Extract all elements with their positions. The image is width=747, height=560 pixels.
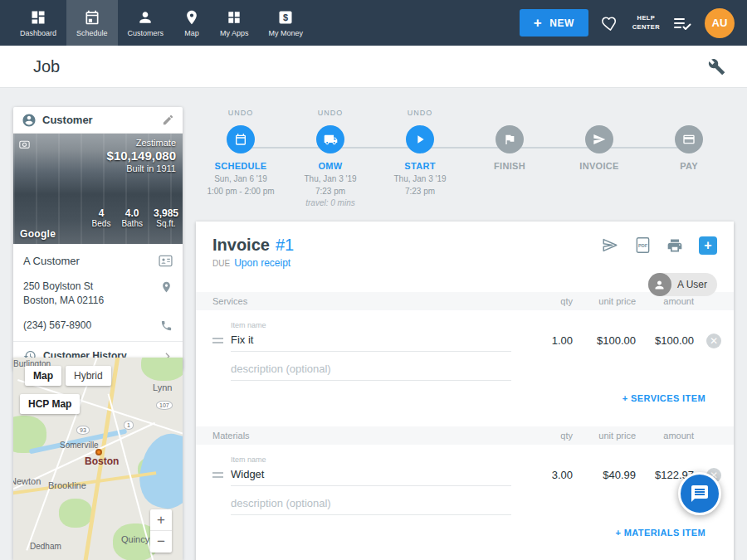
job-tools-icon[interactable] — [708, 58, 725, 75]
nav-label: Dashboard — [20, 29, 56, 37]
material-description-input[interactable] — [231, 493, 511, 515]
contact-card-icon[interactable] — [159, 255, 173, 267]
page-title: Job — [33, 57, 60, 76]
address-line-1: 250 Boylston St — [23, 280, 154, 294]
assignee-name: A User — [677, 279, 707, 290]
add-service-item-link[interactable]: + SERVICES ITEM — [196, 381, 734, 405]
zoom-out-button[interactable]: − — [150, 531, 172, 553]
customer-contact-rows: A Customer 250 Boylston St Boston, MA 02… — [13, 244, 183, 370]
top-nav: Dashboard Schedule Customers Map My Apps… — [0, 0, 747, 46]
service-qty[interactable]: 1.00 — [511, 334, 573, 347]
step-invoice: INVOICE — [554, 109, 644, 210]
map-water — [133, 428, 183, 515]
remove-service-item-button[interactable]: ✕ — [706, 334, 721, 348]
map-label-lynn: Lynn — [153, 382, 172, 392]
new-button-label: NEW — [549, 17, 574, 29]
service-description-input[interactable] — [231, 358, 511, 381]
step-date-line: Sun, Jan 6 '19 — [207, 173, 274, 186]
nav-label: My Apps — [220, 29, 249, 37]
built-year: Built in 1911 — [107, 163, 176, 173]
send-icon[interactable] — [601, 237, 619, 253]
property-photo[interactable]: Zestimate $10,149,080 Built in 1911 4 Be… — [13, 134, 183, 244]
pay-step-button[interactable] — [675, 125, 703, 153]
baths-value: 4.0 — [121, 207, 143, 219]
zestimate-label: Zestimate — [107, 138, 176, 148]
step-dates: Thu, Jan 3 '19 7:23 pm travel: 0 mins — [304, 173, 356, 210]
nav-items: Dashboard Schedule Customers Map My Apps… — [0, 0, 313, 46]
map-type-hybrid-button[interactable]: Hybrid — [66, 366, 111, 386]
heart-icon[interactable] — [601, 14, 620, 32]
stat-sqft: 3,985 Sq.ft. — [154, 207, 178, 228]
nav-label: My Money — [269, 29, 304, 37]
plus-icon: + — [534, 16, 542, 30]
step-finish: FINISH — [465, 109, 554, 210]
start-step-button[interactable] — [406, 125, 434, 153]
checklist-icon[interactable] — [672, 15, 692, 32]
map-park — [59, 499, 92, 528]
item-name-label: Item name — [231, 321, 511, 329]
omw-step-button[interactable] — [316, 125, 344, 153]
step-date-line: 7:23 pm — [393, 186, 446, 198]
undo-start-link[interactable]: UNDO — [408, 109, 433, 119]
svg-text:$: $ — [283, 12, 288, 22]
svg-text:PDF: PDF — [638, 243, 648, 248]
map-zoom-control: + − — [150, 509, 172, 553]
invoice-step-button[interactable] — [585, 125, 613, 153]
edit-pencil-icon[interactable] — [162, 114, 174, 126]
job-progress-stepper: UNDO SCHEDULE Sun, Jan 6 '19 1:00 pm - 2… — [196, 109, 734, 217]
avatar-initials: AU — [712, 17, 728, 29]
add-material-item-link[interactable]: + MATERIALS ITEM — [196, 515, 734, 539]
nav-item-my-money[interactable]: $ My Money — [259, 0, 314, 46]
map-park — [141, 358, 183, 381]
invoice-number-link[interactable]: #1 — [276, 236, 294, 255]
schedule-step-button[interactable] — [227, 125, 255, 153]
zoom-in-button[interactable]: + — [150, 509, 172, 531]
finish-step-button[interactable] — [496, 125, 524, 153]
nav-item-dashboard[interactable]: Dashboard — [10, 0, 66, 46]
map-type-map-button[interactable]: Map — [25, 366, 61, 386]
service-description-row — [196, 358, 734, 381]
step-pay: PAY — [644, 109, 734, 210]
nav-item-schedule[interactable]: Schedule — [66, 0, 118, 46]
pdf-icon[interactable]: PDF — [635, 236, 651, 254]
material-unit-price[interactable]: $40.99 — [573, 469, 636, 481]
hcp-map-button[interactable]: HCP Map — [20, 394, 80, 414]
zestimate-value: $10,149,080 — [107, 149, 176, 163]
add-invoice-button[interactable]: + — [699, 236, 717, 255]
nav-label: Map — [184, 29, 199, 37]
chat-fab-button[interactable] — [678, 472, 721, 515]
due-terms-link[interactable]: Upon receipt — [234, 257, 290, 269]
drag-handle[interactable] — [212, 338, 223, 343]
print-icon[interactable] — [666, 237, 683, 254]
customer-phone: (234) 567-8900 — [23, 319, 154, 333]
undo-omw-link[interactable]: UNDO — [318, 109, 344, 119]
user-avatar[interactable]: AU — [705, 8, 735, 38]
step-dates: Thu, Jan 3 '19 7:23 pm — [393, 173, 446, 197]
google-watermark: Google — [20, 228, 56, 240]
nav-item-map[interactable]: Map — [173, 0, 210, 46]
drag-handle[interactable] — [212, 472, 223, 478]
phone-icon[interactable] — [160, 319, 173, 332]
material-qty[interactable]: 3.00 — [511, 469, 573, 481]
due-label: DUE — [212, 259, 230, 268]
nav-right-cluster: + NEW HELP CENTER AU — [520, 0, 747, 46]
location-pin-icon[interactable] — [160, 280, 173, 294]
help-center-link[interactable]: HELP CENTER — [632, 14, 660, 32]
material-item-name-input[interactable] — [231, 464, 511, 486]
service-unit-price[interactable]: $100.00 — [573, 334, 636, 347]
map-widget[interactable]: Burlington Lynn Somerville Boston Newton… — [13, 358, 183, 560]
nav-item-my-apps[interactable]: My Apps — [210, 0, 259, 46]
step-date-line: 1:00 pm - 2:00 pm — [207, 186, 274, 198]
step-label: PAY — [680, 161, 698, 171]
map-marker[interactable] — [95, 449, 102, 455]
service-item-name-input[interactable] — [231, 329, 511, 352]
step-date-line: Thu, Jan 3 '19 — [393, 173, 446, 186]
new-button[interactable]: + NEW — [520, 9, 588, 37]
nav-item-customers[interactable]: Customers — [118, 0, 174, 46]
amount-column-header: amount — [636, 431, 694, 441]
assignee-chip[interactable]: A User — [648, 273, 717, 296]
customer-name: A Customer — [23, 254, 152, 270]
undo-schedule-link[interactable]: UNDO — [228, 109, 254, 119]
material-item-row: 3.00 $40.99 $122.97 ✕ — [196, 464, 734, 486]
customer-name-row: A Customer — [13, 249, 183, 275]
